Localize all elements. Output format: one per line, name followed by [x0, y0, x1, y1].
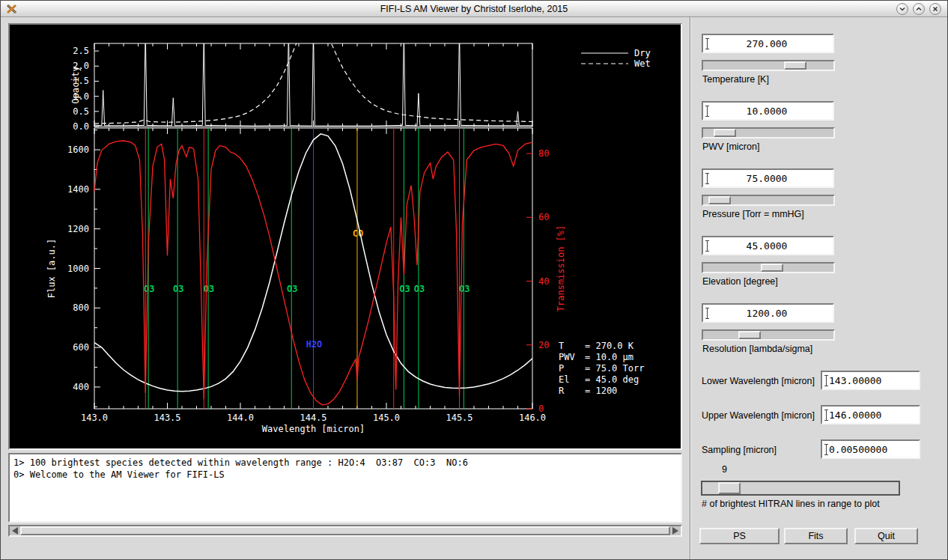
- window-title: FIFI-LS AM Viewer by Christof Iserlohe, …: [1, 1, 947, 17]
- hitran-slider[interactable]: [701, 481, 900, 496]
- species-label: O3: [204, 284, 214, 294]
- scroll-right-arrow-icon[interactable]: [670, 526, 681, 535]
- text-caret: [824, 410, 829, 421]
- svg-text:Wavelength [micron]: Wavelength [micron]: [262, 424, 365, 434]
- svg-text:= 45.0 deg: = 45.0 deg: [585, 374, 639, 385]
- svg-text:Dry: Dry: [634, 48, 651, 58]
- svg-text:2.5: 2.5: [73, 46, 89, 56]
- svg-text:0.0: 0.0: [73, 121, 89, 132]
- svg-text:1400: 1400: [67, 184, 89, 195]
- elevation-label: Elevation [degree]: [702, 276, 778, 287]
- species-label: CO: [353, 228, 363, 239]
- app-window: FIFI-LS AM Viewer by Christof Iserlohe, …: [0, 0, 948, 560]
- svg-text:0: 0: [538, 404, 544, 414]
- hitran-count-value: 9: [722, 464, 727, 475]
- pwv-input[interactable]: 10.0000: [702, 101, 834, 121]
- lower-wavelength-input[interactable]: 143.00000: [821, 371, 920, 390]
- svg-text:PWV: PWV: [559, 352, 575, 362]
- console-log: 1> 100 brightest species detected within…: [8, 453, 682, 523]
- elevation-input[interactable]: 45.0000: [702, 236, 834, 255]
- minimize-button[interactable]: [896, 3, 908, 15]
- elevation-value: 45.0000: [710, 240, 833, 252]
- panel-divider: [690, 17, 691, 560]
- svg-text:= 10.0 μm: = 10.0 μm: [585, 352, 633, 362]
- ps-button[interactable]: PS: [699, 528, 780, 544]
- chevron-down-icon: [899, 5, 906, 13]
- svg-text:Opacity: Opacity: [70, 66, 81, 104]
- svg-text:145.5: 145.5: [446, 413, 473, 423]
- fits-button[interactable]: Fits: [784, 528, 848, 544]
- species-label: H2O: [306, 339, 323, 350]
- svg-text:145.0: 145.0: [373, 413, 400, 423]
- chevron-up-icon: [915, 5, 923, 13]
- temperature-input[interactable]: 270.000: [702, 34, 834, 53]
- console-hscrollbar[interactable]: [8, 525, 682, 537]
- svg-text:= 270.0 K: = 270.0 K: [585, 341, 634, 351]
- species-label: O3: [287, 284, 297, 294]
- resolution-value: 1200.00: [710, 308, 833, 319]
- svg-text:0.5: 0.5: [73, 106, 89, 117]
- pressure-value: 75.0000: [710, 173, 833, 184]
- elevation-slider[interactable]: [702, 262, 835, 273]
- scrollbar-thumb[interactable]: [20, 526, 670, 535]
- species-label: O3: [144, 284, 154, 294]
- text-caret: [824, 375, 829, 386]
- svg-text:143.5: 143.5: [154, 413, 180, 423]
- species-label: O3: [399, 284, 410, 294]
- text-caret: [705, 240, 710, 252]
- pwv-slider[interactable]: [702, 127, 835, 139]
- svg-text:144.5: 144.5: [300, 413, 326, 423]
- sampling-input[interactable]: 0.00500000: [821, 439, 920, 459]
- text-caret: [824, 444, 829, 455]
- temperature-slider-thumb[interactable]: [784, 61, 806, 70]
- axes: 143.0143.5144.0144.5145.0145.5146.0Wavel…: [46, 43, 566, 434]
- svg-text:146.0: 146.0: [519, 413, 546, 423]
- pwv-slider-thumb[interactable]: [714, 129, 736, 137]
- svg-text:Transmission [%]: Transmission [%]: [556, 225, 566, 312]
- svg-text:El: El: [559, 374, 569, 385]
- opacity-curves: [94, 25, 532, 126]
- scroll-left-arrow-icon[interactable]: [10, 526, 20, 535]
- titlebar: FIFI-LS AM Viewer by Christof Iserlohe, …: [1, 1, 947, 17]
- lower-wavelength-value: 143.00000: [829, 375, 919, 386]
- quit-button[interactable]: Quit: [854, 528, 918, 544]
- svg-text:600: 600: [73, 342, 89, 353]
- elevation-slider-thumb[interactable]: [761, 264, 783, 272]
- resolution-slider-thumb[interactable]: [738, 331, 761, 339]
- console-line: 0> Welcome to the AM Viewer for FIFI-LS: [13, 469, 677, 481]
- sampling-label: Sampling [micron]: [702, 445, 777, 455]
- svg-text:T: T: [559, 341, 564, 351]
- temperature-slider[interactable]: [702, 60, 835, 71]
- text-caret: [705, 106, 710, 117]
- svg-text:Wet: Wet: [634, 58, 651, 69]
- console-line: 1> 100 brightest species detected within…: [13, 457, 677, 469]
- temperature-value: 270.000: [710, 38, 833, 49]
- upper-wavelength-value: 146.00000: [829, 410, 919, 421]
- text-caret: [705, 308, 710, 319]
- pressure-slider[interactable]: [702, 195, 835, 206]
- resolution-label: Resolution [lambda/sigma]: [702, 344, 812, 354]
- sampling-value: 0.00500000: [829, 444, 919, 455]
- dry-curve: [94, 30, 532, 126]
- maximize-button[interactable]: [913, 3, 925, 15]
- svg-text:400: 400: [73, 382, 89, 392]
- resolution-slider[interactable]: [702, 329, 835, 341]
- hitran-slider-thumb[interactable]: [718, 482, 741, 494]
- svg-text:143.0: 143.0: [81, 413, 108, 423]
- hitran-label: # of brightest HITRAN lines in range to …: [702, 499, 880, 509]
- upper-wavelength-input[interactable]: 146.00000: [821, 405, 920, 424]
- plot-area: 143.0143.5144.0144.5145.0145.5146.0Wavel…: [8, 23, 682, 450]
- pressure-input[interactable]: 75.0000: [702, 168, 834, 188]
- annotations: T= 270.0 KPWV= 10.0 μmP= 75.0 TorrEl= 45…: [559, 341, 644, 396]
- pressure-slider-thumb[interactable]: [708, 196, 731, 204]
- svg-text:= 1200: = 1200: [585, 386, 617, 396]
- svg-text:1600: 1600: [67, 144, 89, 155]
- resolution-input[interactable]: 1200.00: [702, 303, 834, 323]
- svg-text:20: 20: [538, 340, 549, 350]
- pwv-value: 10.0000: [710, 106, 833, 117]
- text-caret: [705, 38, 710, 49]
- close-button[interactable]: [929, 3, 941, 15]
- spectral-lines: O3O3O3O3H2OCOO3O3O3: [144, 128, 470, 409]
- pwv-label: PWV [micron]: [702, 141, 759, 152]
- svg-text:40: 40: [538, 276, 549, 287]
